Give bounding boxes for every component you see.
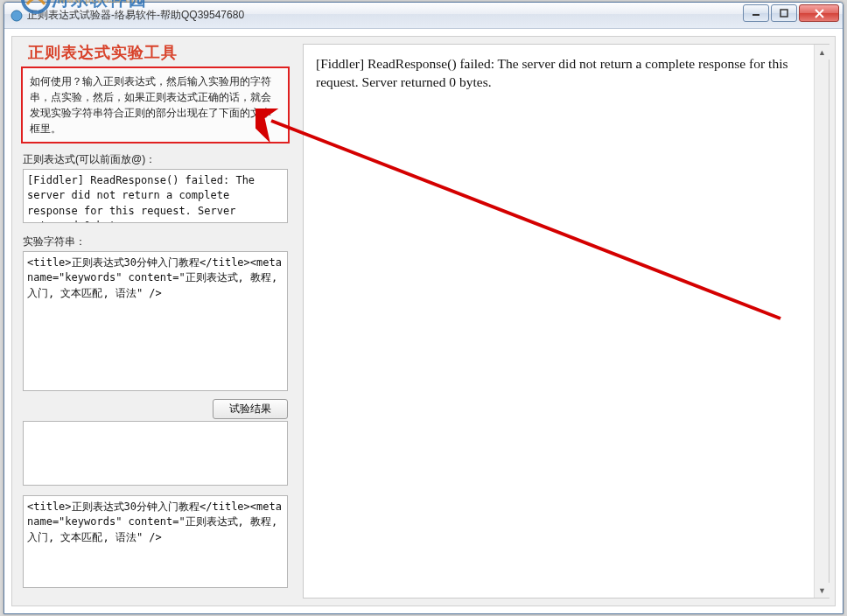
minimize-icon [752,9,760,18]
window-title: 正则表达式试验器-络易软件-帮助QQ39547680 [27,8,244,23]
bottom-output[interactable] [23,495,288,588]
run-test-button[interactable]: 试验结果 [213,399,288,419]
close-button[interactable] [799,4,839,22]
vertical-scrollbar[interactable]: ▲ ▼ [814,45,829,598]
svg-point-0 [11,10,22,21]
spacer [18,488,293,495]
window-frame: 正则表达式试验器-络易软件-帮助QQ39547680 河东软件园 www.pc0… [4,2,844,614]
response-text: [Fiddler] ReadResponse() failed: The ser… [304,45,813,598]
test-string-input[interactable] [23,251,288,391]
close-icon [815,9,824,18]
result-output[interactable] [23,421,288,486]
scroll-down-icon[interactable]: ▼ [815,583,830,598]
button-row: 试验结果 [23,399,288,419]
client-area: 正则表达式实验工具 如何使用？输入正则表达式，然后输入实验用的字符串，点实验，然… [11,36,836,606]
instructions-box: 如何使用？输入正则表达式，然后输入实验用的字符串，点实验，然后，如果正则表达式正… [21,66,290,144]
regex-input[interactable] [23,169,288,223]
tool-heading: 正则表达式实验工具 [18,37,293,66]
window-controls [743,4,839,22]
right-panel: [Fiddler] ReadResponse() failed: The ser… [303,44,830,598]
titlebar[interactable]: 正则表达式试验器-络易软件-帮助QQ39547680 [4,3,843,29]
maximize-button[interactable] [771,4,797,22]
app-icon [10,9,24,23]
maximize-icon [780,9,788,18]
test-string-label: 实验字符串： [23,234,288,249]
instructions-text: 如何使用？输入正则表达式，然后输入实验用的字符串，点实验，然后，如果正则表达式正… [30,75,271,135]
regex-label: 正则表达式(可以前面放@)： [23,152,288,167]
scroll-up-icon[interactable]: ▲ [815,45,830,60]
svg-rect-2 [780,10,788,17]
minimize-button[interactable] [743,4,769,22]
left-panel: 正则表达式实验工具 如何使用？输入正则表达式，然后输入实验用的字符串，点实验，然… [18,37,293,606]
